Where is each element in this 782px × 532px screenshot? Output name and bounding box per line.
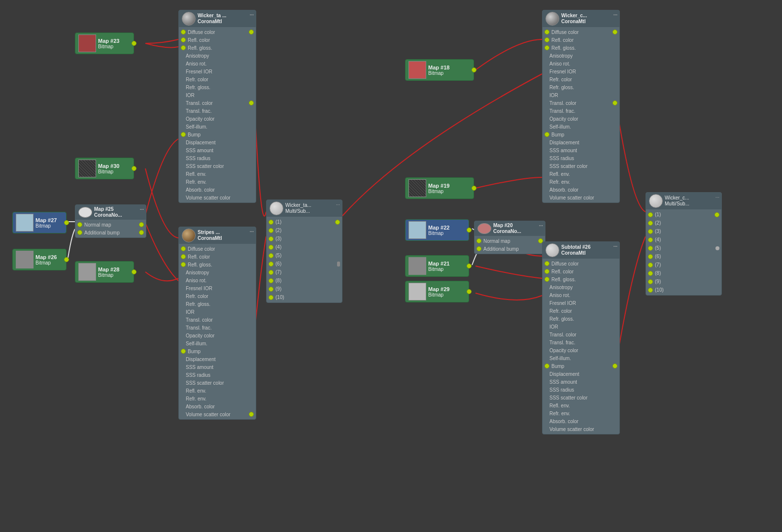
wm4-in[interactable] [648,237,653,242]
wc-refl-color[interactable] [544,37,549,42]
wc-diffuse[interactable] [544,30,549,34]
map19-thumb [408,179,426,197]
m6-in[interactable] [269,262,273,266]
map29-node[interactable]: Map #29 Bitmap [405,281,469,302]
s-diffuse[interactable] [181,30,186,34]
map27-node[interactable]: Map #27 Bitmap [12,212,67,233]
wicker-c-multi-menu-icon[interactable]: ··· [715,195,719,200]
map30-output-socket[interactable] [132,166,136,171]
wicker-c-multi-node[interactable]: Wicker_c... Multi/Sub... ··· (1) (2) (3)… [646,192,722,296]
map19-output-socket[interactable] [472,186,476,191]
subtotal26-corona-node[interactable]: Subtotal #26 CoronaMtl ··· Diffuse color… [542,241,620,434]
map21-node[interactable]: Map #21 Bitmap [405,255,469,277]
s-diffuse-out[interactable] [249,30,254,34]
st-refl-color[interactable] [544,269,549,274]
s2-vol-out[interactable] [249,412,254,417]
map25-menu-icon[interactable]: ··· [140,207,144,212]
wm10-in[interactable] [648,288,653,293]
m8-in[interactable] [269,278,273,283]
map20-normal-socket[interactable] [476,238,481,243]
wicker-c-multi-subtitle: Multi/Sub... [665,201,689,207]
subtotal26-menu-icon[interactable]: ··· [613,244,617,249]
wc-bump[interactable] [544,132,549,137]
s-refl-gloss[interactable] [181,45,186,50]
m10-in[interactable] [269,295,273,300]
map29-output-socket[interactable] [467,289,472,294]
map25-normal-out[interactable] [139,222,144,227]
stripes-corona-subtitle: CoronaMtl [198,235,222,241]
m1-in[interactable] [269,220,273,225]
wm1-out[interactable] [714,212,719,217]
m3-in[interactable] [269,236,273,241]
map30-thumb [78,160,96,177]
wm1-in[interactable] [648,212,653,217]
map26-node[interactable]: Map #26 Bitmap [12,249,67,270]
wicker-c-corona-title: Wicker_c... [561,13,587,19]
wicker-c-corona-node[interactable]: Wicker_c... CoronaMtl ··· Diffuse color … [542,10,620,203]
row-opacity: Opacity color [179,115,256,123]
wm6-in[interactable] [648,254,653,259]
m1-out[interactable] [335,220,340,225]
map28-output-socket[interactable] [132,269,136,274]
wicker-c-corona-menu-icon[interactable]: ··· [613,12,617,18]
map18-subtitle: Bitmap [428,70,449,76]
row-ior: IOR [179,91,256,99]
wc-transl-out[interactable] [612,100,617,105]
map20-row-bump: Additional bump [475,245,545,253]
map26-thumb [16,251,34,268]
map23-node[interactable]: Map #23 Bitmap [75,33,134,54]
st-bump-out[interactable] [612,364,617,368]
wm7-in[interactable] [648,263,653,267]
wicker-ta-corona-node[interactable]: Wicker_ta ... CoronaMtl ··· Diffuse colo… [178,10,256,203]
s-refl-color[interactable] [181,37,186,42]
st-diffuse[interactable] [544,261,549,266]
wicker-c-corona-subtitle: CoronaMtl [561,19,587,25]
stripes-corona-menu-icon[interactable]: ··· [250,229,254,234]
map18-output-socket[interactable] [472,67,476,72]
stripes-corona-node[interactable]: Stripes ... CoronaMtl ··· Diffuse color … [178,227,256,420]
map26-output-socket[interactable] [64,257,69,262]
map27-output-socket[interactable] [64,220,69,225]
map25-normal-socket[interactable] [77,222,82,227]
wc-refl-gloss[interactable] [544,45,549,50]
wc-diffuse-out[interactable] [612,30,617,34]
s2-bump[interactable] [181,349,186,354]
s-transl-out[interactable] [249,100,254,105]
map22-output-socket[interactable] [467,228,472,233]
st-refl-gloss[interactable] [544,277,549,282]
map28-node[interactable]: Map #28 Bitmap [75,261,134,283]
row-refr-color: Refr. color [179,75,256,83]
st-bump[interactable] [544,364,549,368]
map27-title: Map #27 [35,217,57,223]
map20-menu-icon[interactable]: ··· [539,223,543,229]
wicker-ta-corona-menu-icon[interactable]: ··· [250,12,254,18]
m2-in[interactable] [269,228,273,233]
map30-node[interactable]: Map #30 Bitmap [75,158,134,179]
wm3-in[interactable] [648,229,653,234]
s2-refl-gloss[interactable] [181,262,186,267]
multi-row-7: (7) [267,268,342,276]
wm5-in[interactable] [648,246,653,251]
m4-in[interactable] [269,245,273,250]
map25-bump-out[interactable] [139,230,144,235]
map18-node[interactable]: Map #18 Bitmap [405,59,474,81]
wm9-in[interactable] [648,279,653,284]
m9-in[interactable] [269,287,273,292]
map25-bump-socket[interactable] [77,230,82,235]
wm2-in[interactable] [648,221,653,226]
map23-output-socket[interactable] [132,41,136,46]
s-bump[interactable] [181,132,186,137]
s2-diffuse[interactable] [181,246,186,251]
map25-node[interactable]: Map #25 CoronaNo... ··· Normal map Addit… [75,204,146,238]
map21-output-socket[interactable] [467,264,472,268]
map22-node[interactable]: Map #22 Bitmap [405,219,469,241]
map20-bump-socket[interactable] [476,246,481,251]
m5-in[interactable] [269,253,273,258]
wicker-ta-multi-node[interactable]: Wicker_ta... Multi/Sub... ··· (1) (2) (3… [266,200,342,303]
map20-node[interactable]: Map #20 CoronaNo... ··· Normal map Addit… [474,221,545,254]
wm8-in[interactable] [648,271,653,276]
wicker-ta-multi-menu-icon[interactable]: ··· [336,202,340,207]
map19-node[interactable]: Map #19 Bitmap [405,177,474,199]
s2-refl-color[interactable] [181,254,186,259]
m7-in[interactable] [269,270,273,275]
